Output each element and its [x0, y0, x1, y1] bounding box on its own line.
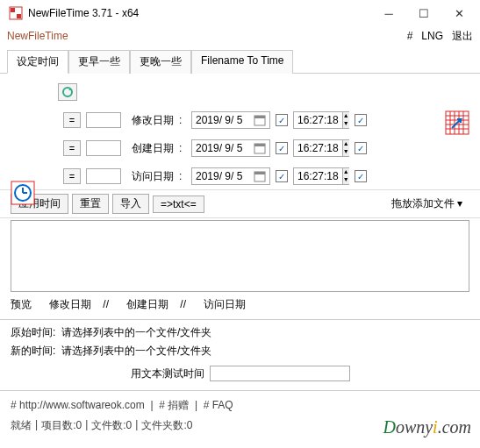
- time-spinner[interactable]: ▲▼: [342, 140, 349, 156]
- create-date-checkbox[interactable]: ✓: [276, 142, 288, 154]
- modify-date-checkbox[interactable]: ✓: [276, 114, 288, 126]
- tab-set-time[interactable]: 设定时间: [7, 50, 68, 74]
- refresh-icon: [61, 86, 74, 98]
- modify-time-input[interactable]: 16:27:18 ▲▼: [293, 111, 349, 129]
- maximize-button[interactable]: ☐: [406, 1, 441, 25]
- time-spinner[interactable]: ▲▼: [342, 168, 349, 184]
- create-date-value: 2019/ 9/ 5: [196, 142, 254, 154]
- offset-input-create[interactable]: [86, 140, 121, 156]
- modify-time-value: 16:27:18: [294, 114, 342, 126]
- window-title: NewFileTime 3.71 - x64: [28, 7, 371, 19]
- create-date-input[interactable]: 2019/ 9/ 5: [191, 139, 270, 157]
- access-time-checkbox[interactable]: ✓: [355, 170, 367, 182]
- txt-io-button[interactable]: =>txt<=: [153, 196, 204, 213]
- eq-button-modify[interactable]: =: [63, 112, 81, 128]
- modify-date-row: = 修改日期 : 2019/ 9/ 5 ✓ 16:27:18 ▲▼ ✓: [11, 110, 469, 130]
- access-time-value: 16:27:18: [294, 170, 342, 182]
- modify-date-input[interactable]: 2019/ 9/ 5: [191, 111, 270, 129]
- preview-label: 预览: [11, 297, 32, 312]
- time-spinner[interactable]: ▲▼: [342, 112, 349, 128]
- original-time-row: 原始时间: 请选择列表中的一个文件/文件夹: [0, 324, 480, 342]
- calendar-icon: [254, 170, 266, 182]
- offset-input-modify[interactable]: [86, 112, 121, 128]
- menu-exit[interactable]: 退出: [452, 29, 473, 44]
- faq-link[interactable]: # FAQ: [204, 399, 233, 411]
- create-date-row: = 创建日期 : 2019/ 9/ 5 ✓ 16:27:18 ▲▼ ✓: [11, 139, 469, 158]
- create-time-input[interactable]: 16:27:18 ▲▼: [293, 139, 349, 157]
- menu-language[interactable]: LNG: [421, 30, 443, 42]
- access-label: 访问日期: [126, 169, 174, 184]
- eq-button-create[interactable]: =: [63, 140, 81, 156]
- access-time-input[interactable]: 16:27:18 ▲▼: [293, 167, 349, 185]
- status-files: 文件数:0: [91, 418, 132, 433]
- create-time-checkbox[interactable]: ✓: [355, 142, 367, 154]
- import-button[interactable]: 导入: [112, 194, 149, 214]
- svg-rect-22: [254, 172, 265, 174]
- tab-earlier[interactable]: 更早一些: [68, 50, 130, 74]
- minimize-button[interactable]: ─: [371, 1, 406, 25]
- create-time-value: 16:27:18: [294, 142, 342, 154]
- test-label: 用文本测试时间: [131, 366, 204, 381]
- app-name-label: NewFileTime: [7, 30, 398, 42]
- menu-bar: NewFileTime # LNG 退出: [0, 26, 480, 46]
- calendar-icon: [254, 114, 266, 126]
- status-folders: 文件夹数:0: [141, 418, 192, 433]
- app-icon: [9, 6, 23, 20]
- status-ready: 就绪: [11, 418, 32, 433]
- footer-links: # http://www.softwareok.com | # 捐赠 | # F…: [0, 395, 480, 416]
- svg-rect-18: [254, 116, 265, 118]
- drop-files-label[interactable]: 拖放添加文件 ▾: [384, 195, 469, 213]
- modify-time-checkbox[interactable]: ✓: [355, 114, 367, 126]
- svg-rect-1: [11, 8, 15, 12]
- original-time-hint: 请选择列表中的一个文件/文件夹: [61, 326, 211, 338]
- tab-bar: 设定时间 更早一些 更晚一些 Filename To Time: [0, 49, 480, 74]
- new-time-hint: 请选择列表中的一个文件/文件夹: [61, 345, 211, 357]
- reset-button[interactable]: 重置: [72, 194, 109, 214]
- test-time-row: 用文本测试时间: [0, 360, 480, 387]
- new-time-label: 新的时间:: [11, 345, 55, 357]
- tab-later[interactable]: 更晚一些: [130, 50, 191, 74]
- access-date-checkbox[interactable]: ✓: [276, 170, 288, 182]
- access-date-row: = 访问日期 : 2019/ 9/ 5 ✓ 16:27:18 ▲▼ ✓: [11, 167, 469, 186]
- new-time-row: 新的时间: 请选择列表中的一个文件/文件夹: [0, 342, 480, 360]
- svg-rect-20: [254, 144, 265, 146]
- create-label: 创建日期: [126, 141, 174, 156]
- homepage-link[interactable]: # http://www.softwareok.com: [11, 399, 145, 411]
- action-bar: 应用时间 重置 导入 =>txt<= 拖放添加文件 ▾: [0, 189, 480, 218]
- calendar-icon: [254, 142, 266, 154]
- modify-date-value: 2019/ 9/ 5: [196, 114, 254, 126]
- close-button[interactable]: ✕: [441, 1, 476, 25]
- refresh-button[interactable]: [58, 83, 77, 101]
- svg-rect-2: [17, 14, 21, 18]
- original-time-label: 原始时间:: [11, 326, 55, 338]
- modify-label: 修改日期: [126, 113, 174, 128]
- status-items: 项目数:0: [41, 418, 82, 433]
- test-input[interactable]: [210, 366, 350, 381]
- offset-input-access[interactable]: [86, 168, 121, 184]
- preview-header: 预览 修改日期 // 创建日期 // 访问日期: [0, 294, 480, 316]
- donate-link[interactable]: # 捐赠: [159, 399, 189, 411]
- title-bar: NewFileTime 3.71 - x64 ─ ☐ ✕: [0, 0, 480, 26]
- access-date-value: 2019/ 9/ 5: [196, 170, 254, 182]
- tab-filename-to-time[interactable]: Filename To Time: [191, 50, 293, 74]
- watermark: Downyi.com: [383, 417, 471, 437]
- eq-button-access[interactable]: =: [63, 168, 81, 184]
- menu-hash[interactable]: #: [407, 30, 413, 42]
- file-list[interactable]: [11, 220, 469, 292]
- dropdown-arrow-icon: ▾: [457, 197, 462, 210]
- access-date-input[interactable]: 2019/ 9/ 5: [191, 167, 270, 185]
